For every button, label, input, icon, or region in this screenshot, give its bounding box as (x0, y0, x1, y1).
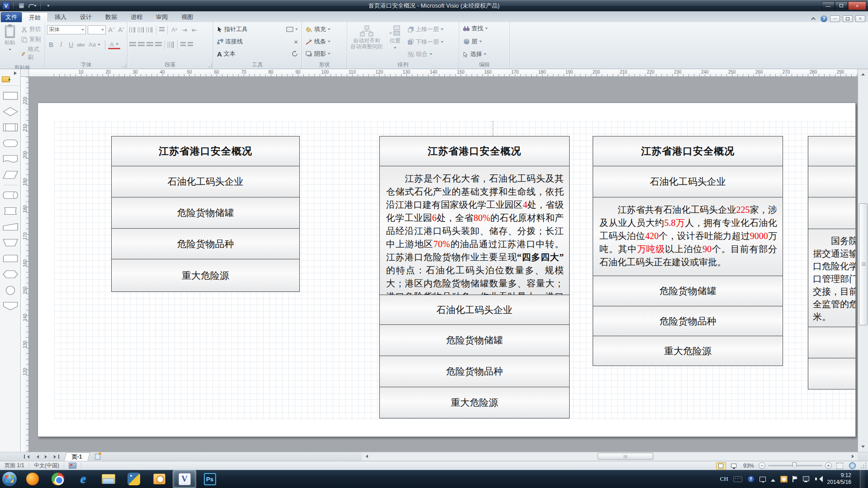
save-button[interactable] (17, 2, 26, 10)
stencil-shape-manual-operation[interactable] (2, 221, 19, 233)
ime-toolbar-icon[interactable] (760, 477, 766, 482)
group-button[interactable]: 组合 (406, 49, 445, 59)
diagram-label-box[interactable]: 重大危险源 (593, 336, 783, 366)
stencil-shape-predefined-process[interactable] (2, 122, 19, 133)
grow-font-button[interactable]: A˄ (108, 26, 116, 33)
scroll-down-button[interactable] (859, 444, 867, 451)
taskbar-app-ie[interactable]: e (71, 470, 95, 488)
bullets-icon[interactable] (159, 27, 165, 32)
last-page-button[interactable] (52, 453, 61, 461)
tab-视图[interactable]: 视图 (175, 12, 200, 22)
diagram-label-box[interactable]: 石油化工码头企业 (593, 166, 783, 197)
show-hidden-icons-button[interactable] (771, 477, 775, 482)
increase-indent-icon[interactable] (188, 42, 193, 47)
diagram-empty-box[interactable] (808, 136, 856, 166)
first-page-button[interactable] (22, 453, 32, 461)
diagram-title-box[interactable]: 江苏省港口安全概况 (379, 136, 570, 166)
font-family-combo[interactable]: 宋体 (47, 25, 86, 34)
zoom-level[interactable]: 93% (743, 463, 754, 469)
status-macro-button[interactable] (64, 461, 81, 470)
maximize-button[interactable] (835, 1, 848, 10)
send-backward-button[interactable]: 下移一层 (406, 37, 445, 47)
auto-align-space-button[interactable]: 自动对齐和自动调整间距 (349, 23, 384, 61)
taskbar-clock[interactable]: 9:12 2014/5/16 (827, 472, 851, 486)
visio-app-icon[interactable]: V (2, 2, 10, 9)
minimize-button[interactable]: — (822, 1, 835, 10)
language-indicator[interactable]: CH (720, 475, 728, 483)
status-page-info[interactable]: 页面 1/1 (0, 461, 29, 470)
keyboard-icon[interactable] (733, 476, 742, 482)
expand-stencil-icon[interactable] (14, 71, 19, 75)
copy-button[interactable]: 复制 (19, 34, 43, 44)
tab-设计[interactable]: 设计 (73, 12, 99, 22)
taskbar-app-photoshop[interactable]: Ps (198, 470, 222, 488)
stencil-shape-circle[interactable] (2, 284, 19, 296)
dialog-launcher-icon[interactable] (208, 63, 212, 67)
stencil-shape-stadium[interactable] (2, 137, 19, 149)
tab-开始[interactable]: 开始 (22, 12, 48, 22)
outlook-tray-icon[interactable] (780, 476, 788, 483)
align-middle-icon[interactable] (138, 27, 145, 33)
align-justify-icon[interactable] (155, 42, 162, 47)
connection-point-tool-button[interactable]: × (292, 37, 300, 47)
open-stencil-icon[interactable] (2, 76, 10, 82)
undo-button[interactable] (28, 2, 37, 10)
diagram-label-box[interactable]: 危险货物储罐 (593, 276, 783, 306)
ime-help-icon[interactable]: ? (747, 475, 755, 483)
diagram-label-box[interactable]: 危险货物储罐 (379, 324, 570, 356)
find-button[interactable]: 查找 (461, 23, 508, 33)
tab-file[interactable]: 文件 (1, 12, 22, 22)
character-spacing-button[interactable]: A⁵ (170, 27, 179, 33)
diagram-text-box[interactable]: 国务院新《 据交通运输部和 口危险化学品安 口管理部门与安 交接，目前江苏 全监… (808, 229, 856, 327)
vertical-scrollbar[interactable] (858, 69, 868, 452)
diagram-text-box[interactable]: 江苏省共有石油化工码头企业225家，涉及从业人员大约5.8万人，拥有专业化石油化… (593, 197, 783, 276)
taskbar-app-chrome[interactable] (46, 470, 70, 488)
dialog-launcher-icon[interactable] (122, 63, 126, 67)
taskbar-app-firefox[interactable] (21, 470, 44, 488)
fullscreen-view-button[interactable] (729, 462, 739, 469)
taskbar-app-python[interactable] (122, 470, 146, 488)
doc-restore-button[interactable] (843, 15, 853, 22)
cut-button[interactable]: 剪切 (19, 24, 43, 34)
align-left-icon[interactable] (129, 42, 136, 47)
show-desktop-button[interactable] (860, 470, 865, 488)
connector-tool-button[interactable]: 连接线 (215, 37, 245, 47)
stencil-shape-corner-rect[interactable] (2, 253, 19, 264)
next-page-button[interactable] (42, 453, 52, 461)
taskbar-app-visio[interactable]: V (173, 470, 196, 488)
change-case-button[interactable]: Aa (87, 40, 102, 49)
diagram-empty-box[interactable] (808, 197, 856, 229)
previous-page-button[interactable] (32, 453, 42, 461)
select-button[interactable]: 选择 (461, 49, 508, 59)
text-direction-ltr-button[interactable]: ⇥ (180, 26, 189, 33)
strikethrough-button[interactable]: abc (77, 42, 85, 47)
diagram-empty-box[interactable] (808, 358, 856, 389)
doc-close-button[interactable]: × (855, 15, 865, 22)
stencil-shape-document[interactable] (2, 153, 19, 165)
diagram-label-box[interactable]: 重大危险源 (379, 387, 570, 418)
tab-数据[interactable]: 数据 (99, 12, 124, 22)
diagram-title-box[interactable]: 江苏省港口安全概况 (111, 136, 300, 166)
line-button[interactable]: 线条 (304, 37, 332, 47)
diagram-label-box[interactable]: 石油化工码头企业 (379, 295, 570, 325)
font-color-button[interactable]: A (108, 40, 120, 49)
underline-button[interactable]: U (67, 41, 75, 48)
tab-插入[interactable]: 插入 (48, 12, 73, 22)
diagram-empty-box[interactable] (808, 327, 856, 358)
position-button[interactable]: 位置 (386, 23, 404, 61)
vertical-scroll-thumb[interactable] (859, 203, 868, 325)
diagram-text-box[interactable]: 江苏是个石化大省，石油化工码头及其仓储式石化产业的基础支撑和生命线，依托沿江港口… (379, 166, 570, 295)
diagram-label-box[interactable]: 危险货物品种 (593, 306, 783, 336)
stencil-shape-diamond[interactable] (2, 106, 19, 117)
doc-minimize-button[interactable]: — (830, 15, 840, 22)
paste-button[interactable]: 粘贴 (2, 23, 18, 64)
shrink-font-button[interactable]: A˅ (117, 26, 125, 33)
align-top-icon[interactable] (129, 27, 136, 33)
diagram-label-box[interactable]: 石油化工码头企业 (111, 166, 300, 197)
decrease-indent-icon[interactable] (180, 42, 186, 47)
align-bottom-icon[interactable] (146, 27, 153, 33)
align-center-icon[interactable] (138, 42, 145, 47)
taskbar-app-explorer[interactable] (97, 470, 120, 488)
scroll-left-button[interactable] (362, 452, 370, 460)
horizontal-ruler[interactable]: 1020304050607080901001101201301401501601… (29, 69, 858, 77)
